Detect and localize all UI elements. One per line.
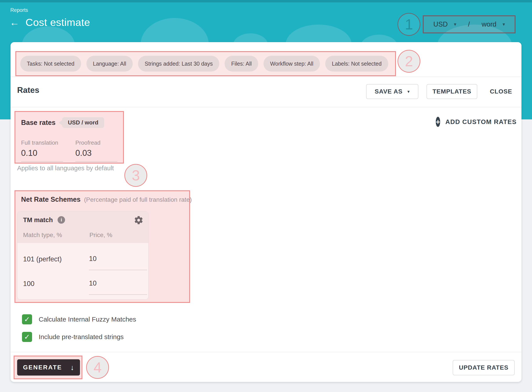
tm-row-match-type: 101 (perfect) [23,255,62,263]
annotation-step-1: 1 [398,13,420,36]
chevron-down-icon: ▾ [454,22,456,27]
page-title-row: ← Cost estimate [10,16,90,28]
divider [10,352,522,352]
filter-chip-strings-added[interactable]: Strings added: Last 30 days [138,56,219,72]
unit-value: word [482,20,496,28]
checkbox-checked[interactable]: ✓ [22,314,32,324]
divider [10,77,522,77]
tm-column-match-type: Match type, % [23,232,62,238]
save-as-button[interactable]: SAVE AS ▾ [366,84,418,99]
option-label: Calculate Internal Fuzzy Matches [39,316,136,323]
checkbox-checked[interactable]: ✓ [22,332,32,342]
tm-match-title: TM match [23,216,53,224]
filter-chip-language[interactable]: Language: All [86,56,133,72]
currency-unit-separator: / [468,20,470,28]
gear-icon[interactable] [134,215,143,225]
breadcrumb[interactable]: Reports [10,7,28,13]
proofread-label: Proofread [75,139,117,146]
tm-match-title-row: TM match i [23,216,65,224]
back-arrow-icon[interactable]: ← [10,18,19,27]
calculate-internal-fuzzy-matches-option[interactable]: ✓ Calculate Internal Fuzzy Matches [22,314,136,324]
generate-button[interactable]: GENERATE ↓ [17,359,80,376]
annotation-step-4: 4 [86,356,109,379]
net-rate-schemes-title-row: Net Rate Schemes (Percentage paid of ful… [21,196,192,203]
plus-icon: + [436,117,440,127]
proofread-field: Proofread 0.03 [75,139,117,162]
add-custom-rates-button[interactable]: + ADD CUSTOM RATES [436,116,511,127]
badge-tail [59,120,62,125]
full-translation-input[interactable]: 0.10 [21,148,63,162]
net-rate-schemes-title: Net Rate Schemes [21,196,81,203]
header-top-strip [0,0,532,2]
tm-column-price: Price, % [90,232,112,238]
tm-match-card: TM match i Match type, % Price, % 101 (p… [17,211,148,300]
close-label: CLOSE [490,88,512,95]
base-rates-note: Applies to all languages by default [17,165,114,172]
proofread-input[interactable]: 0.03 [75,148,117,162]
filters-annotation-box: Tasks: Not selected Language: All String… [15,51,396,76]
badge-label: USD / word [62,117,104,128]
divider [10,107,522,107]
currency-unit-badge: USD / word [59,117,104,128]
page-title: Cost estimate [25,16,90,28]
full-translation-label: Full translation [21,139,63,146]
unit-dropdown[interactable]: word ▾ [482,20,505,28]
templates-label: TEMPLATES [432,88,471,95]
check-icon: ✓ [24,333,30,341]
base-rates-annotation-box: Base rates USD / word Full translation 0… [14,111,124,163]
templates-button[interactable]: TEMPLATES [427,84,477,99]
filter-chip-labels[interactable]: Labels: Not selected [325,56,388,72]
tm-row-price-input[interactable]: 10 [89,255,147,270]
tm-row-match-type: 100 [23,280,34,288]
full-translation-field: Full translation 0.10 [21,139,63,162]
download-arrow-icon: ↓ [70,364,74,371]
base-rates-title-row: Base rates USD / word [21,117,117,128]
filter-chip-workflow-step[interactable]: Workflow step: All [263,56,320,72]
save-as-label: SAVE AS [375,88,403,95]
generate-annotation-box: GENERATE ↓ [14,355,82,379]
update-rates-label: UPDATE RATES [459,364,508,371]
close-button[interactable]: CLOSE [491,84,511,99]
info-icon[interactable]: i [57,216,65,224]
currency-unit-annotation-box: USD ▾ / word ▾ [423,15,516,33]
rates-section-title: Rates [17,86,39,95]
currency-value: USD [433,20,448,28]
generate-label: GENERATE [23,364,62,371]
net-rate-schemes-subtitle: (Percentage paid of full translation rat… [84,196,192,203]
net-rate-schemes-annotation-box: Net Rate Schemes (Percentage paid of ful… [14,190,190,303]
update-rates-button[interactable]: UPDATE RATES [453,360,515,375]
cost-estimate-page: Reports ← Cost estimate 1 USD ▾ / word ▾… [0,0,532,392]
currency-dropdown[interactable]: USD ▾ [433,20,456,28]
tm-row-price-input[interactable]: 10 [89,279,147,295]
base-rates-fields: Full translation 0.10 Proofread 0.03 [21,139,117,162]
chevron-down-icon: ▾ [503,22,505,27]
annotation-step-2: 2 [398,50,420,73]
base-rates-title: Base rates [21,119,56,127]
option-label: Include pre-translated strings [39,333,124,341]
filter-chip-tasks[interactable]: Tasks: Not selected [20,56,81,72]
chevron-down-icon: ▾ [407,89,410,94]
report-settings-card: Tasks: Not selected Language: All String… [10,42,522,382]
check-icon: ✓ [24,316,30,323]
include-pre-translated-strings-option[interactable]: ✓ Include pre-translated strings [22,332,124,342]
annotation-step-3: 3 [124,164,147,187]
filter-chip-files[interactable]: Files: All [225,56,258,72]
add-custom-rates-label: ADD CUSTOM RATES [445,118,517,126]
